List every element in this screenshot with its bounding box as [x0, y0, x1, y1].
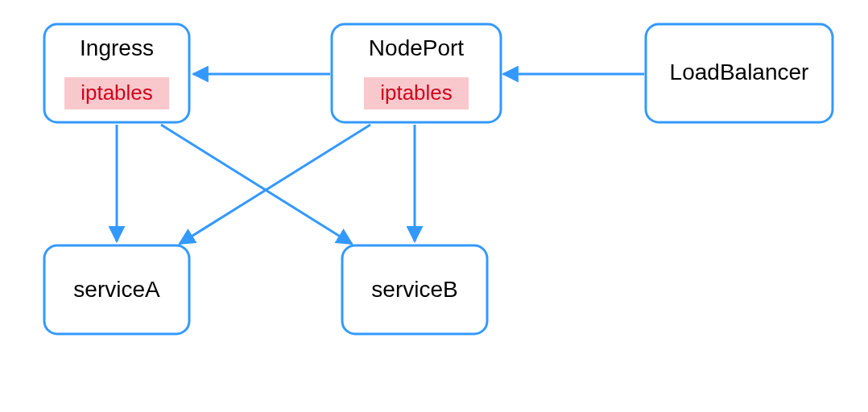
node-servicea: serviceA: [44, 245, 189, 334]
node-nodeport-title: NodePort: [369, 35, 465, 60]
node-ingress-tag: iptables: [81, 80, 153, 105]
node-ingress-title: Ingress: [80, 35, 154, 60]
node-nodeport: NodePort iptables: [332, 24, 501, 122]
node-loadbalancer: LoadBalancer: [646, 24, 833, 122]
node-serviceb: serviceB: [342, 245, 487, 334]
node-ingress: Ingress iptables: [44, 24, 189, 122]
node-nodeport-tag: iptables: [380, 80, 453, 105]
edge-nodeport-servicea: [180, 125, 370, 244]
edge-ingress-serviceb: [161, 125, 352, 244]
node-servicea-title: serviceA: [73, 277, 160, 302]
diagram-canvas: Ingress iptables NodePort iptables LoadB…: [0, 0, 868, 412]
node-loadbalancer-title: LoadBalancer: [670, 60, 809, 84]
node-serviceb-title: serviceB: [371, 277, 457, 302]
